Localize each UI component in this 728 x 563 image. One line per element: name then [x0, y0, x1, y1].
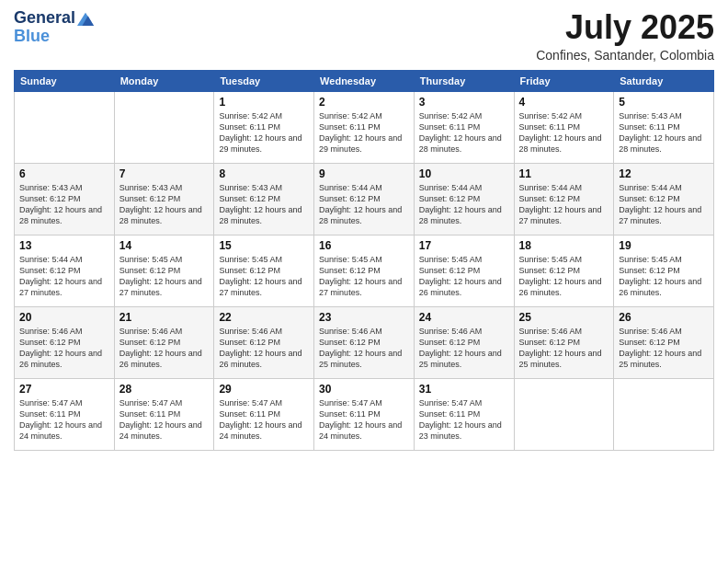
calendar-cell: 11Sunrise: 5:44 AMSunset: 6:12 PMDayligh… [514, 163, 614, 235]
day-detail: Sunrise: 5:46 AMSunset: 6:12 PMDaylight:… [519, 326, 609, 371]
day-detail: Sunrise: 5:45 AMSunset: 6:12 PMDaylight:… [219, 254, 309, 299]
calendar-cell: 30Sunrise: 5:47 AMSunset: 6:11 PMDayligh… [314, 378, 415, 450]
day-number: 27 [19, 383, 109, 396]
week-row-4: 20Sunrise: 5:46 AMSunset: 6:12 PMDayligh… [15, 306, 714, 378]
calendar-cell: 31Sunrise: 5:47 AMSunset: 6:11 PMDayligh… [414, 378, 514, 450]
calendar-cell: 16Sunrise: 5:45 AMSunset: 6:12 PMDayligh… [314, 235, 415, 306]
day-detail: Sunrise: 5:44 AMSunset: 6:12 PMDaylight:… [19, 254, 109, 299]
day-number: 5 [619, 96, 709, 109]
calendar-cell [15, 91, 115, 163]
day-detail: Sunrise: 5:46 AMSunset: 6:12 PMDaylight:… [419, 326, 509, 371]
calendar-cell: 14Sunrise: 5:45 AMSunset: 6:12 PMDayligh… [114, 235, 214, 306]
day-detail: Sunrise: 5:45 AMSunset: 6:12 PMDaylight:… [519, 254, 609, 299]
day-number: 3 [419, 96, 509, 109]
day-number: 2 [319, 96, 409, 109]
day-number: 14 [119, 239, 210, 252]
day-number: 13 [19, 239, 109, 252]
day-detail: Sunrise: 5:46 AMSunset: 6:12 PMDaylight:… [319, 326, 409, 371]
calendar-cell [514, 378, 614, 450]
weekday-header-monday: Monday [114, 70, 214, 91]
day-detail: Sunrise: 5:47 AMSunset: 6:11 PMDaylight:… [119, 397, 210, 442]
day-detail: Sunrise: 5:45 AMSunset: 6:12 PMDaylight:… [119, 254, 210, 299]
calendar-cell: 21Sunrise: 5:46 AMSunset: 6:12 PMDayligh… [114, 306, 214, 378]
calendar-cell: 23Sunrise: 5:46 AMSunset: 6:12 PMDayligh… [314, 306, 415, 378]
title-block: July 2025 Confines, Santander, Colombia [536, 9, 714, 63]
calendar-cell: 17Sunrise: 5:45 AMSunset: 6:12 PMDayligh… [414, 235, 514, 306]
day-detail: Sunrise: 5:46 AMSunset: 6:12 PMDaylight:… [619, 326, 709, 371]
day-number: 15 [219, 239, 309, 252]
calendar-cell: 24Sunrise: 5:46 AMSunset: 6:12 PMDayligh… [414, 306, 514, 378]
calendar-cell: 15Sunrise: 5:45 AMSunset: 6:12 PMDayligh… [214, 235, 314, 306]
calendar-title: July 2025 [536, 9, 714, 46]
weekday-header-row: SundayMondayTuesdayWednesdayThursdayFrid… [15, 70, 714, 91]
calendar-cell [614, 378, 714, 450]
calendar-cell: 26Sunrise: 5:46 AMSunset: 6:12 PMDayligh… [614, 306, 714, 378]
calendar-cell: 19Sunrise: 5:45 AMSunset: 6:12 PMDayligh… [614, 235, 714, 306]
day-number: 18 [519, 239, 609, 252]
day-detail: Sunrise: 5:42 AMSunset: 6:11 PMDaylight:… [319, 110, 409, 155]
calendar-cell: 4Sunrise: 5:42 AMSunset: 6:11 PMDaylight… [514, 91, 614, 163]
day-detail: Sunrise: 5:45 AMSunset: 6:12 PMDaylight:… [619, 254, 709, 299]
calendar-cell [114, 91, 214, 163]
weekday-header-thursday: Thursday [414, 70, 514, 91]
day-detail: Sunrise: 5:44 AMSunset: 6:12 PMDaylight:… [519, 182, 609, 227]
day-detail: Sunrise: 5:45 AMSunset: 6:12 PMDaylight:… [319, 254, 409, 299]
calendar-subtitle: Confines, Santander, Colombia [536, 48, 714, 63]
calendar-cell: 28Sunrise: 5:47 AMSunset: 6:11 PMDayligh… [114, 378, 214, 450]
weekday-header-sunday: Sunday [15, 70, 115, 91]
day-number: 23 [319, 311, 409, 324]
day-detail: Sunrise: 5:47 AMSunset: 6:11 PMDaylight:… [419, 397, 509, 442]
day-number: 11 [519, 167, 609, 180]
calendar-cell: 5Sunrise: 5:43 AMSunset: 6:11 PMDaylight… [614, 91, 714, 163]
day-detail: Sunrise: 5:44 AMSunset: 6:12 PMDaylight:… [419, 182, 509, 227]
logo: General Blue [14, 9, 94, 46]
day-number: 29 [219, 383, 309, 396]
day-detail: Sunrise: 5:44 AMSunset: 6:12 PMDaylight:… [619, 182, 709, 227]
calendar-cell: 6Sunrise: 5:43 AMSunset: 6:12 PMDaylight… [15, 163, 115, 235]
day-number: 9 [319, 167, 409, 180]
day-detail: Sunrise: 5:43 AMSunset: 6:12 PMDaylight:… [219, 182, 309, 227]
calendar-cell: 13Sunrise: 5:44 AMSunset: 6:12 PMDayligh… [15, 235, 115, 306]
day-number: 21 [119, 311, 210, 324]
weekday-header-wednesday: Wednesday [314, 70, 415, 91]
day-number: 8 [219, 167, 309, 180]
day-detail: Sunrise: 5:47 AMSunset: 6:11 PMDaylight:… [219, 397, 309, 442]
week-row-5: 27Sunrise: 5:47 AMSunset: 6:11 PMDayligh… [15, 378, 714, 450]
calendar-cell: 27Sunrise: 5:47 AMSunset: 6:11 PMDayligh… [15, 378, 115, 450]
page: General Blue July 2025 Confines, Santand… [0, 0, 728, 563]
day-number: 10 [419, 167, 509, 180]
calendar-cell: 20Sunrise: 5:46 AMSunset: 6:12 PMDayligh… [15, 306, 115, 378]
day-detail: Sunrise: 5:43 AMSunset: 6:12 PMDaylight:… [19, 182, 109, 227]
day-number: 26 [619, 311, 709, 324]
day-number: 17 [419, 239, 509, 252]
header: General Blue July 2025 Confines, Santand… [14, 9, 714, 63]
calendar-cell: 10Sunrise: 5:44 AMSunset: 6:12 PMDayligh… [414, 163, 514, 235]
week-row-3: 13Sunrise: 5:44 AMSunset: 6:12 PMDayligh… [15, 235, 714, 306]
calendar-cell: 22Sunrise: 5:46 AMSunset: 6:12 PMDayligh… [214, 306, 314, 378]
calendar-cell: 25Sunrise: 5:46 AMSunset: 6:12 PMDayligh… [514, 306, 614, 378]
day-number: 31 [419, 383, 509, 396]
calendar-cell: 8Sunrise: 5:43 AMSunset: 6:12 PMDaylight… [214, 163, 314, 235]
weekday-header-friday: Friday [514, 70, 614, 91]
week-row-2: 6Sunrise: 5:43 AMSunset: 6:12 PMDaylight… [15, 163, 714, 235]
calendar-cell: 1Sunrise: 5:42 AMSunset: 6:11 PMDaylight… [214, 91, 314, 163]
day-detail: Sunrise: 5:43 AMSunset: 6:11 PMDaylight:… [619, 110, 709, 155]
day-number: 12 [619, 167, 709, 180]
day-detail: Sunrise: 5:42 AMSunset: 6:11 PMDaylight:… [419, 110, 509, 155]
day-detail: Sunrise: 5:46 AMSunset: 6:12 PMDaylight:… [119, 326, 210, 371]
day-detail: Sunrise: 5:44 AMSunset: 6:12 PMDaylight:… [319, 182, 409, 227]
day-detail: Sunrise: 5:43 AMSunset: 6:12 PMDaylight:… [119, 182, 210, 227]
calendar-cell: 2Sunrise: 5:42 AMSunset: 6:11 PMDaylight… [314, 91, 415, 163]
day-detail: Sunrise: 5:42 AMSunset: 6:11 PMDaylight:… [219, 110, 309, 155]
calendar-cell: 29Sunrise: 5:47 AMSunset: 6:11 PMDayligh… [214, 378, 314, 450]
day-number: 19 [619, 239, 709, 252]
week-row-1: 1Sunrise: 5:42 AMSunset: 6:11 PMDaylight… [15, 91, 714, 163]
weekday-header-tuesday: Tuesday [214, 70, 314, 91]
day-detail: Sunrise: 5:47 AMSunset: 6:11 PMDaylight:… [319, 397, 409, 442]
day-number: 4 [519, 96, 609, 109]
calendar-cell: 12Sunrise: 5:44 AMSunset: 6:12 PMDayligh… [614, 163, 714, 235]
day-number: 25 [519, 311, 609, 324]
logo-text-blue: Blue [14, 28, 94, 46]
calendar-cell: 7Sunrise: 5:43 AMSunset: 6:12 PMDaylight… [114, 163, 214, 235]
day-number: 1 [219, 96, 309, 109]
